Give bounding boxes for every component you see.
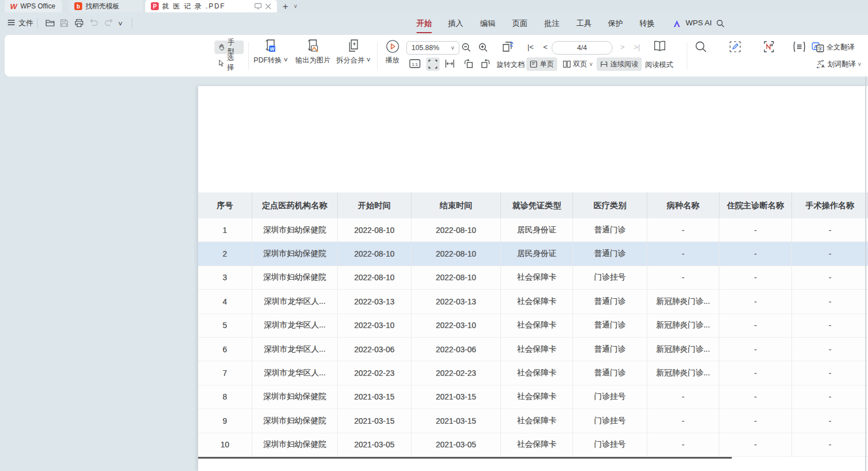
menu-tab-home[interactable]: 开始: [417, 19, 432, 33]
table-cell: 深圳市龙华区人...: [252, 314, 338, 337]
reading-mode-icon[interactable]: [653, 40, 666, 52]
undo-icon[interactable]: [89, 19, 98, 26]
pdf-to-word-icon: W: [264, 39, 278, 53]
previous-page-icon[interactable]: <: [543, 43, 548, 51]
tab-list-chevron-icon[interactable]: ˅: [294, 3, 297, 10]
reading-mode-label[interactable]: 阅读模式: [645, 60, 673, 70]
rotate-left-icon[interactable]: [463, 59, 474, 69]
quick-access-chevron-icon[interactable]: ˅: [118, 20, 123, 28]
table-row[interactable]: 4深圳市龙华区人...2022-03-132022-03-13社会保障卡普通门诊…: [198, 290, 868, 313]
pdf-page[interactable]: 序号定点医药机构名称开始时间结束时间就诊凭证类型医疗类别病种名称住院主诊断名称手…: [198, 86, 868, 471]
table-cell: -: [792, 266, 868, 289]
table-cell: 普通门诊: [573, 242, 647, 265]
table-row[interactable]: 1深圳市妇幼保健院2022-08-102022-08-10居民身份证普通门诊--…: [198, 218, 868, 242]
open-file-icon[interactable]: [45, 19, 55, 28]
rotate-document-label[interactable]: 旋转文档: [496, 60, 525, 70]
table-cell: 2021-03-15: [338, 409, 411, 432]
table-cell: 居民身份证: [501, 242, 573, 265]
table-cell: -: [792, 338, 868, 361]
rotate-document-icon[interactable]: [501, 41, 514, 53]
zoom-out-icon[interactable]: [462, 43, 471, 52]
hand-tool-button[interactable]: 手型: [214, 41, 244, 54]
new-tab-button[interactable]: +: [283, 2, 288, 11]
table-cell: 深圳市龙华区人...: [252, 290, 338, 313]
fit-width-icon[interactable]: [444, 59, 455, 69]
table-cell: -: [647, 218, 719, 241]
zoom-in-icon[interactable]: [478, 43, 488, 52]
tab-docer-templates[interactable]: b 找稻壳模板: [69, 0, 143, 12]
full-text-translate-button[interactable]: A字 全文翻译: [808, 41, 858, 54]
print-icon[interactable]: [74, 19, 84, 28]
screenshot-compare-icon[interactable]: [763, 41, 775, 53]
menu-tab-convert[interactable]: 转换: [639, 19, 655, 32]
menu-tab-tools[interactable]: 工具: [576, 19, 592, 32]
redo-icon[interactable]: [105, 19, 114, 26]
last-page-icon[interactable]: >|: [634, 43, 640, 51]
table-cell: 2: [198, 242, 252, 265]
table-cell: 社会保障卡: [501, 409, 573, 432]
tab-wps-office[interactable]: W WPS Office: [5, 0, 62, 12]
table-row[interactable]: 9深圳市妇幼保健院2021-03-152021-03-15社会保障卡门诊挂号--…: [198, 409, 868, 433]
pdf-convert-button[interactable]: W PDF转换 ˅: [249, 39, 293, 65]
next-page-icon[interactable]: >: [620, 43, 625, 51]
table-row[interactable]: 10深圳市妇幼保健院2021-03-052021-03-05社会保障卡门诊挂号-…: [198, 433, 868, 457]
menu-tab-edit[interactable]: 编辑: [480, 19, 495, 32]
table-cell: 2022-08-10: [338, 266, 411, 289]
table-row[interactable]: 3深圳市妇幼保健院2022-08-102022-08-10社会保障卡门诊挂号--…: [198, 266, 868, 290]
save-icon[interactable]: [60, 19, 69, 28]
table-cell: 2022-02-23: [338, 361, 411, 384]
vertical-scrollbar[interactable]: [865, 77, 866, 471]
word-translate-icon: 文A: [815, 60, 825, 69]
close-tab-icon[interactable]: [265, 3, 271, 10]
table-cell: 门诊挂号: [573, 385, 647, 409]
wps-ai-icon: [673, 20, 682, 28]
file-menu[interactable]: 文件: [19, 18, 33, 28]
table-cell: 居民身份证: [501, 218, 573, 241]
tab-label: 就 医 记 录 .PDF: [162, 2, 251, 11]
table-row[interactable]: 6深圳市龙华区人...2022-03-062022-03-06社会保障卡普通门诊…: [198, 338, 868, 361]
table-cell: 3: [198, 266, 252, 289]
table-header-cell: 开始时间: [338, 192, 411, 218]
table-cell: -: [647, 266, 719, 289]
zoom-level-select[interactable]: 105.88%˅: [406, 41, 459, 55]
edit-content-icon[interactable]: [729, 41, 741, 53]
menu-tab-page[interactable]: 页面: [512, 19, 527, 32]
page-indicator-input[interactable]: 4/4: [552, 41, 612, 55]
table-cell: 社会保障卡: [501, 338, 573, 361]
table-cell: 深圳市妇幼保健院: [252, 242, 338, 265]
word-translate-button[interactable]: 文A 划词翻译 ˅: [812, 57, 865, 71]
table-cell: -: [647, 242, 719, 265]
first-page-icon[interactable]: |<: [527, 43, 534, 51]
table-header-cell: 序号: [198, 192, 252, 218]
tab-pdf-document[interactable]: P 就 医 记 录 .PDF: [145, 0, 277, 12]
compress-icon[interactable]: [793, 41, 806, 53]
table-cell: 深圳市龙华区人...: [252, 338, 338, 361]
hamburger-menu-icon[interactable]: [7, 19, 15, 26]
split-merge-button[interactable]: 拆分合并 ˅: [330, 39, 377, 65]
continuous-reading-button[interactable]: 连续阅读: [597, 57, 642, 71]
table-row[interactable]: 2深圳市妇幼保健院2022-08-102022-08-10居民身份证普通门诊--…: [198, 242, 868, 266]
table-row[interactable]: 7深圳市龙华区人...2022-02-232022-02-23社会保障卡普通门诊…: [198, 361, 868, 385]
single-page-button[interactable]: 单页: [526, 57, 557, 71]
svg-text:字: 字: [818, 46, 823, 52]
menu-tab-protect[interactable]: 保护: [608, 19, 623, 32]
search-icon[interactable]: [716, 19, 724, 28]
play-button[interactable]: 播放: [379, 39, 406, 65]
menu-tab-insert[interactable]: 插入: [448, 19, 463, 32]
double-page-button[interactable]: 双页 ˅: [560, 57, 596, 71]
menu-tab-wps-ai[interactable]: WPS AI: [686, 19, 712, 30]
screen-share-icon[interactable]: [254, 3, 262, 10]
find-replace-icon[interactable]: [695, 41, 707, 53]
table-row[interactable]: 5深圳市龙华区人...2022-03-102022-03-10社会保障卡普通门诊…: [198, 314, 868, 338]
play-icon: [386, 39, 400, 53]
table-cell: -: [792, 409, 868, 432]
table-row[interactable]: 8深圳市妇幼保健院2021-03-152021-03-15社会保障卡门诊挂号--…: [198, 385, 868, 409]
fit-page-icon[interactable]: [426, 57, 440, 71]
table-cell: 普通门诊: [573, 218, 647, 241]
menu-tab-comment[interactable]: 批注: [544, 19, 560, 32]
rotate-right-icon[interactable]: [480, 59, 491, 69]
select-tool-button[interactable]: 选择: [214, 56, 244, 70]
table-cell: 8: [198, 385, 252, 409]
table-header-cell: 医疗类别: [573, 192, 647, 218]
actual-size-icon[interactable]: 1:1: [409, 59, 420, 69]
